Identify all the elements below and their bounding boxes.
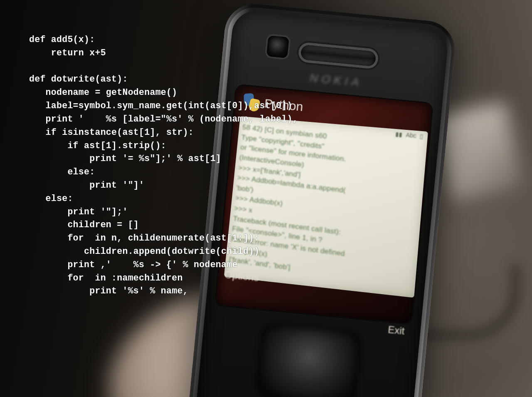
signal-icon: ▮▮ [395, 131, 403, 138]
photo-scene: NOKIA Python ▮▮ Abc ▯ 58 42) [C] on symb… [0, 0, 532, 397]
softkey-exit[interactable]: Exit [387, 324, 405, 337]
status-bar: ▮▮ Abc ▯ [395, 131, 424, 140]
battery-icon: ▯ [419, 133, 424, 140]
code-overlay: def add5(x): return x+5 def dotwrite(ast… [29, 33, 298, 298]
input-mode: Abc [406, 132, 417, 139]
nav-dpad[interactable] [255, 323, 362, 397]
